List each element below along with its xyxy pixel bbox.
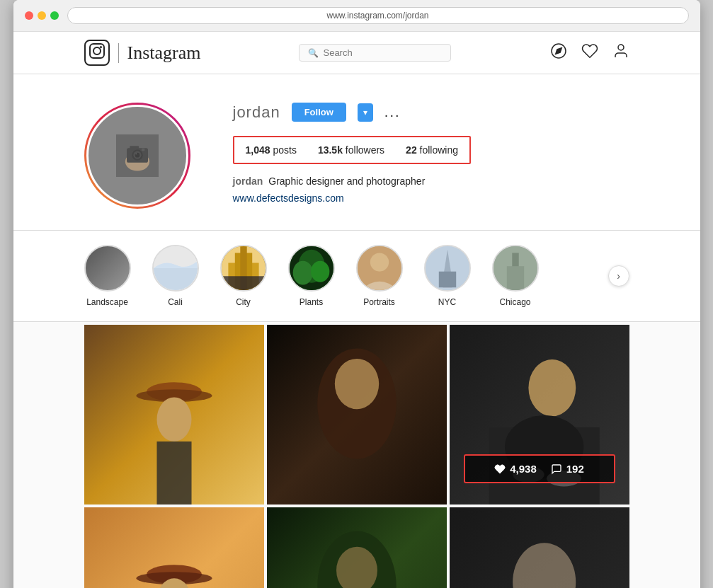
highlight-label-city: City bbox=[236, 297, 251, 307]
highlight-city[interactable]: City bbox=[220, 245, 267, 307]
profile-header: jordan Follow ▾ ... bbox=[233, 103, 629, 122]
svg-point-2 bbox=[100, 46, 102, 48]
svg-rect-40 bbox=[156, 442, 191, 505]
highlight-circle-cali bbox=[152, 245, 199, 292]
highlight-label-nyc: NYC bbox=[438, 297, 456, 307]
nav-left: Instagram bbox=[84, 40, 201, 66]
highlights-section: Landscape Cali bbox=[13, 230, 700, 322]
profile-username: jordan bbox=[233, 103, 280, 122]
search-box[interactable]: 🔍 bbox=[299, 44, 451, 62]
svg-point-24 bbox=[292, 261, 312, 285]
instagram-wordmark: Instagram bbox=[127, 42, 201, 64]
highlight-circle-landscape bbox=[84, 245, 131, 292]
svg-point-39 bbox=[156, 397, 191, 441]
svg-point-44 bbox=[334, 359, 378, 409]
highlight-circle-plants bbox=[288, 245, 335, 292]
svg-rect-9 bbox=[130, 146, 139, 150]
more-options-button[interactable]: ... bbox=[384, 104, 401, 120]
browser-window: www.instagram.com/jordan Instagram 🔍 bbox=[13, 0, 700, 588]
svg-point-27 bbox=[370, 253, 388, 271]
grid-item-6[interactable] bbox=[450, 507, 629, 588]
posts-stat: 1,048 posts bbox=[246, 144, 297, 156]
grid-item-5[interactable] bbox=[267, 507, 447, 588]
close-dot[interactable] bbox=[25, 11, 33, 20]
nav-center: 🔍 bbox=[299, 44, 451, 62]
bio-description: Graphic designer and photographer bbox=[268, 175, 425, 187]
bio-row: jordan Graphic designer and photographer bbox=[233, 175, 629, 190]
nav-right bbox=[550, 42, 629, 64]
followers-stat: 13.5k followers bbox=[318, 144, 384, 156]
compass-icon[interactable] bbox=[550, 42, 567, 64]
svg-point-1 bbox=[93, 47, 101, 54]
following-stat: 22 following bbox=[406, 144, 458, 156]
profile-section: jordan Follow ▾ ... 1,048 posts 13.5k fo… bbox=[13, 74, 700, 230]
search-input[interactable] bbox=[323, 47, 436, 58]
profile-info: jordan Follow ▾ ... 1,048 posts 13.5k fo… bbox=[233, 103, 629, 204]
avatar bbox=[86, 105, 188, 207]
grid-item-4[interactable] bbox=[84, 507, 264, 588]
highlight-label-chicago: Chicago bbox=[499, 297, 530, 307]
nav-divider bbox=[118, 43, 119, 63]
maximize-dot[interactable] bbox=[50, 11, 59, 20]
svg-point-13 bbox=[135, 154, 137, 155]
follow-button[interactable]: Follow bbox=[292, 103, 346, 122]
highlight-circle-portraits bbox=[356, 245, 403, 292]
avatar-wrap bbox=[84, 103, 190, 209]
highlight-plants[interactable]: Plants bbox=[288, 245, 335, 307]
svg-rect-31 bbox=[438, 272, 455, 288]
highlight-label-plants: Plants bbox=[300, 297, 323, 307]
highlight-label-portraits: Portraits bbox=[363, 297, 395, 307]
svg-rect-16 bbox=[154, 268, 198, 290]
svg-rect-0 bbox=[90, 44, 104, 58]
highlight-cali[interactable]: Cali bbox=[152, 245, 199, 307]
highlight-label-cali: Cali bbox=[168, 297, 183, 307]
avatar-ring bbox=[84, 103, 190, 209]
profile-stats: 1,048 posts 13.5k followers 22 following bbox=[233, 136, 472, 164]
svg-marker-4 bbox=[555, 47, 561, 53]
heart-icon[interactable] bbox=[581, 42, 598, 64]
svg-point-12 bbox=[135, 153, 139, 158]
grid-item-2[interactable] bbox=[267, 325, 447, 505]
grid-item-3-comments: 192 bbox=[551, 463, 584, 475]
highlights-next-button[interactable]: › bbox=[608, 265, 629, 287]
svg-rect-21 bbox=[222, 276, 266, 290]
svg-point-5 bbox=[618, 45, 624, 50]
minimize-dot[interactable] bbox=[38, 11, 46, 20]
instagram-logo-icon bbox=[84, 40, 110, 66]
svg-point-25 bbox=[311, 261, 329, 282]
highlight-chicago[interactable]: Chicago bbox=[492, 245, 539, 307]
svg-point-47 bbox=[528, 359, 576, 416]
highlight-circle-city bbox=[220, 245, 267, 292]
browser-chrome: www.instagram.com/jordan bbox=[13, 0, 700, 32]
instagram-app: Instagram 🔍 bbox=[13, 32, 700, 588]
grid-item-3[interactable]: 4,938 192 bbox=[450, 325, 629, 505]
url-bar[interactable]: www.instagram.com/jordan bbox=[67, 7, 689, 24]
bio-link[interactable]: www.defectsdesigns.com bbox=[233, 192, 629, 204]
avatar-image bbox=[109, 134, 166, 177]
follow-dropdown-button[interactable]: ▾ bbox=[358, 103, 373, 122]
svg-rect-34 bbox=[506, 266, 523, 290]
search-icon: 🔍 bbox=[308, 48, 319, 58]
highlight-nyc[interactable]: NYC bbox=[424, 245, 471, 307]
svg-rect-14 bbox=[142, 149, 144, 151]
highlight-portraits[interactable]: Portraits bbox=[356, 245, 403, 307]
grid-item-1[interactable] bbox=[84, 325, 264, 505]
grid-item-3-stats-overlay: 4,938 192 bbox=[464, 454, 615, 483]
highlight-landscape[interactable]: Landscape bbox=[84, 245, 131, 307]
bio-name: jordan bbox=[233, 175, 263, 187]
highlight-circle-chicago bbox=[492, 245, 539, 292]
highlight-label-landscape: Landscape bbox=[86, 297, 128, 307]
highlight-circle-nyc bbox=[424, 245, 471, 292]
profile-icon[interactable] bbox=[612, 42, 629, 64]
grid-item-3-likes: 4,938 bbox=[494, 463, 537, 475]
top-nav: Instagram 🔍 bbox=[13, 32, 700, 74]
browser-dots bbox=[25, 11, 59, 20]
photo-grid: 4,938 192 bbox=[13, 322, 700, 588]
